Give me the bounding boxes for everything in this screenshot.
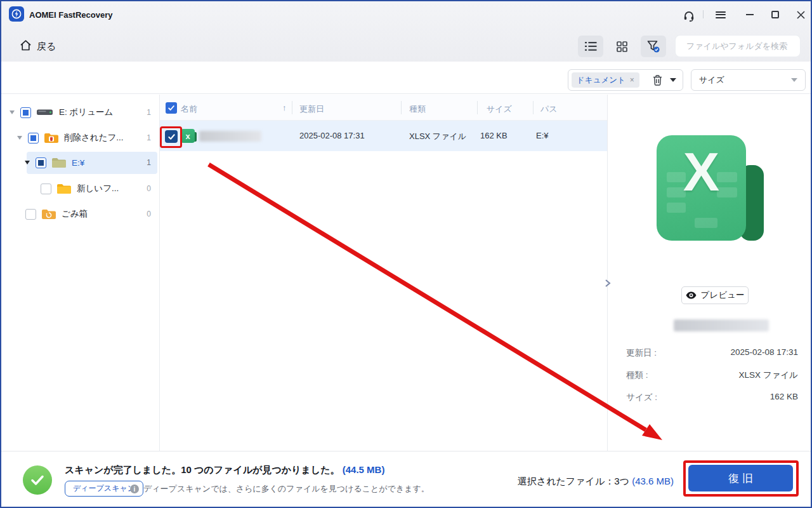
detail-value-modified: 2025-02-08 17:31: [730, 347, 798, 357]
clear-filters-trash-icon[interactable]: [653, 75, 662, 86]
sort-ascending-icon[interactable]: ↑: [282, 103, 287, 112]
tree-count: 1: [147, 108, 151, 117]
column-header-path[interactable]: パス: [540, 104, 558, 115]
detail-value-type: XLSX ファイル: [738, 370, 798, 381]
recover-button[interactable]: 復旧: [688, 465, 793, 491]
scan-total-size: (44.5 MB): [343, 464, 385, 475]
search-box[interactable]: [675, 35, 801, 57]
row-modified: 2025-02-08 17:31: [299, 131, 365, 140]
folder-icon: [56, 182, 72, 195]
filter-dropdown-caret-icon[interactable]: [670, 78, 676, 82]
tree-caret-icon[interactable]: [17, 136, 22, 140]
size-filter-dropdown[interactable]: サイズ: [691, 69, 806, 91]
filter-chip-document[interactable]: ドキュメント ×: [572, 72, 639, 88]
tree-label: ごみ箱: [62, 208, 88, 220]
selected-files-text: 選択されたファイル：3つ: [518, 476, 629, 486]
row-size: 162 KB: [480, 131, 508, 140]
sidebar-item-recycle-bin[interactable]: ごみ箱 0: [1, 203, 160, 225]
titlebar-separator: [703, 10, 704, 18]
excel-x-letter: X: [657, 140, 746, 203]
tree-caret-icon[interactable]: [25, 161, 30, 164]
close-button[interactable]: [792, 6, 809, 23]
column-header-name[interactable]: 名前: [181, 104, 197, 115]
panel-collapse-chevron-icon[interactable]: [605, 279, 615, 291]
app-window: AOMEI FastRecovery 戻る: [0, 0, 812, 508]
detail-label-size: サイズ :: [626, 392, 657, 403]
support-headset-button[interactable]: [680, 8, 698, 24]
row-checkbox[interactable]: [165, 130, 178, 143]
tree-label: 新しいフ...: [77, 183, 119, 194]
tree-checkbox-e-root[interactable]: [36, 157, 46, 168]
tree-count: 0: [147, 184, 151, 193]
selected-files-summary: 選択されたファイル：3つ (43.6 MB): [509, 476, 674, 488]
filter-button[interactable]: [641, 36, 666, 57]
list-view-icon: [585, 41, 597, 51]
xlsx-file-icon: x: [181, 129, 195, 143]
search-input[interactable]: [686, 41, 798, 51]
folder-icon: [51, 156, 67, 169]
size-dropdown-caret-icon: [791, 78, 797, 82]
tree-label: 削除されたフ...: [64, 132, 124, 144]
excel-preview-icon: X: [657, 135, 746, 241]
app-title: AOMEI FastRecovery: [29, 10, 113, 20]
tree-count: 0: [147, 210, 151, 218]
detail-label-modified: 更新日 :: [626, 347, 657, 359]
detail-value-size: 162 KB: [770, 392, 798, 401]
tree-count: 1: [147, 133, 151, 142]
preview-button-label: プレビュー: [701, 290, 745, 301]
size-filter-label: サイズ: [699, 74, 724, 86]
back-button[interactable]: 戻る: [37, 41, 56, 53]
tree-label: E:¥: [72, 158, 84, 168]
sidebar-item-deleted-files[interactable]: 削除されたフ... 1: [1, 127, 160, 149]
deep-scan-hint: ディープスキャンでは、さらに多くのファイルを見つけることができます。: [143, 483, 429, 495]
app-logo-icon: [9, 6, 24, 22]
select-all-checkbox[interactable]: [166, 102, 177, 114]
tree-checkbox-deleted[interactable]: [28, 133, 39, 144]
grid-view-icon: [617, 41, 627, 52]
column-header-type[interactable]: 種類: [409, 104, 426, 115]
detail-label-type: 種類 :: [626, 370, 648, 381]
selected-files-size: (43.6 MB): [632, 476, 674, 486]
chip-remove-icon[interactable]: ×: [630, 76, 634, 84]
grid-view-button[interactable]: [609, 36, 634, 57]
filter-chip-label: ドキュメント: [577, 75, 625, 86]
info-icon: i: [130, 485, 139, 493]
redacted-preview-filename: [674, 319, 769, 331]
eye-icon: [686, 291, 697, 299]
sidebar-item-new-folder[interactable]: 新しいフ... 0: [1, 178, 160, 199]
tree-checkbox-new-folder[interactable]: [41, 184, 51, 194]
redacted-filename: [199, 131, 261, 142]
row-type: XLSX ファイル: [409, 131, 466, 142]
scan-message-text: スキャンが完了しました。10 つのファイルが見つかりました。: [65, 464, 340, 475]
tree-caret-icon[interactable]: [10, 110, 15, 114]
tree-count: 1: [147, 158, 151, 167]
deleted-folder-icon: [44, 131, 59, 144]
filter-icon: [646, 40, 660, 53]
recycle-folder-icon: [41, 208, 56, 220]
tree-checkbox-e-volume[interactable]: [20, 107, 31, 118]
menu-button[interactable]: [712, 6, 730, 23]
sidebar-item-e-volume[interactable]: E: ボリューム 1: [1, 102, 160, 123]
row-path: E:¥: [536, 131, 549, 140]
home-icon[interactable]: [16, 37, 34, 53]
tree-checkbox-recycle[interactable]: [25, 209, 36, 220]
sidebar-item-e-root[interactable]: E:¥ 1: [1, 152, 160, 173]
drive-icon: [36, 107, 54, 118]
preview-button[interactable]: プレビュー: [681, 286, 749, 304]
list-view-button[interactable]: [578, 36, 603, 57]
column-header-size[interactable]: サイズ: [487, 104, 512, 115]
filter-tags-group: ドキュメント ×: [568, 69, 683, 91]
tree-label: E: ボリューム: [59, 107, 113, 118]
scan-complete-check-icon: [23, 465, 52, 495]
minimize-button[interactable]: [741, 6, 759, 23]
filter-row-bg: [1, 62, 811, 94]
maximize-button[interactable]: [766, 6, 784, 23]
scan-status-message: スキャンが完了しました。10 つのファイルが見つかりました。 (44.5 MB): [65, 464, 384, 476]
column-header-modified[interactable]: 更新日: [299, 104, 324, 115]
